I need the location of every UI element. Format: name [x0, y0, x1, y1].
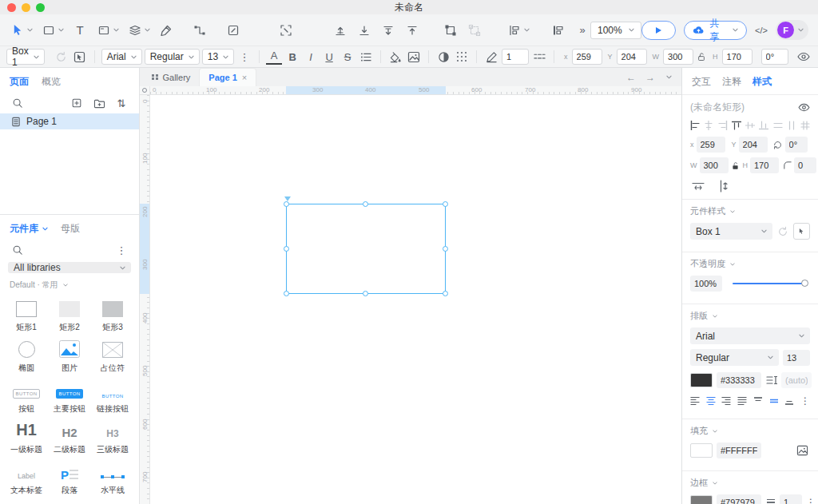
canvas[interactable] [150, 95, 681, 504]
align-right-icon[interactable] [718, 121, 728, 130]
library-more-icon[interactable]: ⋮ [113, 242, 129, 258]
opacity-slider[interactable] [733, 283, 807, 284]
font-size-select[interactable]: 13 [202, 49, 234, 65]
opacity-icon[interactable] [435, 49, 451, 65]
library-item-primary-button[interactable]: BUTTON主要按钮 [48, 377, 91, 416]
horizontal-ruler[interactable]: 0 100 200 300 400 500 600 700 800 900 [150, 86, 681, 95]
y-input[interactable] [617, 49, 647, 65]
font-weight-select[interactable]: Regular [690, 349, 779, 366]
resize-handle-ne[interactable] [443, 201, 448, 207]
widget-style-select[interactable]: Box 1 [690, 223, 772, 240]
widget-name-input[interactable] [690, 101, 792, 113]
ungroup-icon[interactable] [467, 22, 482, 38]
add-page-icon[interactable] [69, 95, 85, 111]
library-item-text-label[interactable]: Label文本标签 [5, 458, 48, 498]
library-item-ellipse[interactable]: 椭圆 [5, 336, 48, 375]
selection-area-icon[interactable] [278, 22, 294, 38]
selected-widget[interactable] [286, 204, 446, 294]
border-color-icon[interactable] [483, 49, 499, 65]
text-color-swatch[interactable] [690, 373, 713, 387]
tab-gallery[interactable]: Gallery [143, 68, 199, 86]
corner-radius-input[interactable] [794, 157, 816, 173]
border-color-swatch[interactable] [690, 495, 713, 504]
more-text-options-icon[interactable]: ⋮ [236, 49, 252, 65]
library-item-link-button[interactable]: BUTTON链接按钮 [91, 377, 134, 416]
line-tool-icon[interactable] [225, 22, 241, 38]
group-icon[interactable] [443, 22, 459, 38]
update-style-icon[interactable] [54, 49, 69, 65]
align-top-icon[interactable] [732, 121, 741, 130]
update-style-icon[interactable] [776, 224, 789, 240]
border-color-hex-input[interactable] [717, 494, 761, 504]
layers-tool-icon[interactable] [127, 22, 143, 38]
tab-pages[interactable]: 页面 [10, 75, 29, 89]
fill-section[interactable]: 填充 [690, 425, 810, 437]
fill-color-swatch[interactable] [690, 443, 713, 458]
italic-icon[interactable]: I [303, 49, 319, 65]
tab-notes[interactable]: 注释 [722, 75, 741, 89]
rotation-input[interactable] [785, 137, 808, 153]
history-chevron-down-icon[interactable] [666, 75, 672, 79]
add-folder-icon[interactable] [91, 95, 107, 111]
border-width-input[interactable] [780, 494, 802, 504]
share-button[interactable]: 共享 [684, 21, 747, 40]
tab-interactions[interactable]: 交互 [692, 75, 711, 89]
pages-search-icon[interactable] [10, 95, 26, 111]
bold-icon[interactable]: B [284, 49, 300, 65]
select-tool-chevron-down-icon[interactable] [27, 28, 33, 32]
zoom-select[interactable]: 100% [590, 22, 641, 39]
tab-style[interactable]: 样式 [752, 75, 772, 89]
bring-forward-icon[interactable] [380, 22, 396, 38]
library-item-image[interactable]: 图片 [48, 336, 91, 375]
text-align-justify-icon[interactable] [737, 397, 747, 405]
font-family-select[interactable]: Arial [101, 49, 142, 65]
x-input[interactable] [572, 49, 602, 65]
w-input[interactable] [700, 157, 729, 173]
resize-handle-nw[interactable] [284, 201, 289, 207]
sort-pages-icon[interactable]: ⇅ [113, 95, 129, 111]
align-left-icon[interactable] [690, 121, 700, 130]
distribute-vertical-icon[interactable] [787, 121, 796, 130]
library-category[interactable]: Default · 常用 [0, 273, 139, 292]
resize-handle-s[interactable] [363, 291, 368, 296]
fit-height-icon[interactable] [716, 178, 732, 194]
text-color-hex-input[interactable] [717, 372, 761, 388]
image-fill-icon[interactable] [406, 49, 422, 65]
opacity-slider-knob[interactable] [801, 280, 808, 287]
style-picker-icon[interactable] [72, 49, 88, 65]
opacity-input[interactable] [690, 276, 722, 292]
widget-style-section[interactable]: 元件样式 [690, 205, 810, 217]
rectangle-tool-icon[interactable] [41, 22, 57, 38]
library-item-placeholder[interactable]: 占位符 [91, 336, 134, 375]
history-back-icon[interactable]: ← [626, 72, 636, 83]
shape-tool-chevron-down-icon[interactable] [58, 28, 64, 32]
border-more-icon[interactable]: ⋮ [806, 497, 816, 504]
vertical-ruler[interactable]: 0 100 200 300 400 500 600 700 [140, 95, 150, 504]
distribute-horizontal-icon[interactable] [773, 121, 783, 130]
page-item-page1[interactable]: Page 1 [0, 113, 139, 129]
underline-icon[interactable]: U [321, 49, 337, 65]
y-input[interactable] [739, 137, 768, 153]
font-size-input[interactable] [783, 350, 810, 366]
library-item-rectangle2[interactable]: 矩形2 [48, 296, 91, 335]
w-input[interactable] [663, 49, 693, 65]
tab-library[interactable]: 元件库 [10, 222, 48, 236]
preview-button[interactable] [641, 21, 677, 40]
h-input[interactable] [722, 49, 752, 65]
widget-visibility-eye-icon[interactable] [797, 101, 810, 113]
pattern-icon[interactable] [454, 49, 470, 65]
library-item-rectangle1[interactable]: 矩形1 [5, 296, 48, 335]
style-picker-icon[interactable] [793, 223, 810, 240]
typography-more-icon[interactable]: ⋮ [800, 395, 810, 407]
font-weight-select[interactable]: Regular [145, 49, 200, 65]
widget-style-select[interactable]: Box 1 [6, 49, 45, 65]
library-item-heading2[interactable]: H2二级标题 [48, 418, 91, 457]
border-section[interactable]: 边框 [690, 477, 810, 489]
align-panel-icon[interactable] [550, 22, 566, 38]
library-item-vertical-line[interactable]: 垂直线 [5, 499, 48, 504]
x-input[interactable] [697, 137, 725, 153]
border-width-input[interactable] [502, 49, 529, 65]
line-height-input[interactable] [781, 372, 812, 388]
select-tool-icon[interactable] [10, 22, 26, 38]
text-align-left-icon[interactable] [690, 397, 700, 405]
